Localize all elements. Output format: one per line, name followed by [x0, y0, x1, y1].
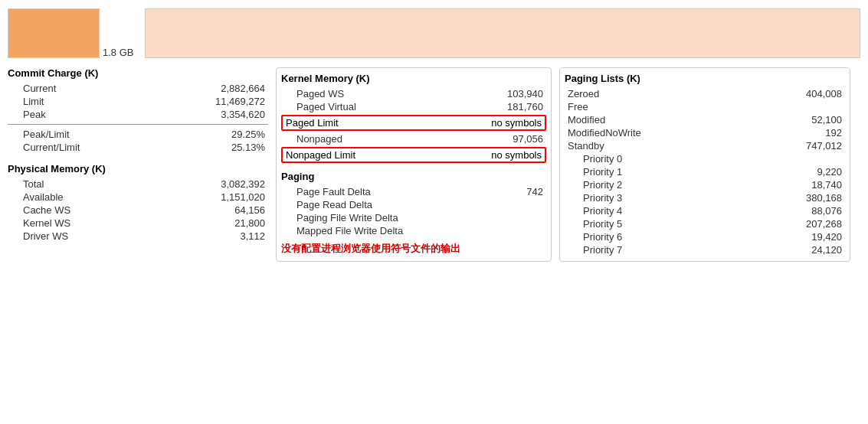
- paging-file-write-value: [482, 212, 543, 223]
- standby-label: Standby: [568, 140, 604, 152]
- physical-memory-title: Physical Memory (K): [8, 163, 268, 174]
- paging-file-write-label: Paging File Write Delta: [284, 212, 398, 223]
- modified-no-write-label: ModifiedNoWrite: [568, 127, 641, 139]
- priority0-label: Priority 0: [568, 153, 622, 165]
- modified-value: 52,100: [781, 114, 842, 126]
- nonpaged-limit-label: Nonpaged Limit: [286, 149, 355, 161]
- table-row: Free: [565, 100, 845, 113]
- available-value: 1,151,020: [204, 191, 265, 203]
- peak-value: 3,354,620: [204, 109, 265, 120]
- table-row: Priority 7 24,120: [565, 243, 845, 256]
- paged-ws-label: Paged WS: [284, 88, 344, 99]
- commit-charge-title: Commit Charge (K): [8, 67, 268, 79]
- table-row: Cache WS 64,156: [8, 204, 268, 217]
- table-row: Paged WS 103,940: [281, 87, 546, 100]
- paged-limit-label: Paged Limit: [286, 117, 339, 129]
- priority0-value: [781, 153, 842, 165]
- mapped-file-write-label: Mapped File Write Delta: [284, 225, 403, 236]
- left-column: Commit Charge (K) Current 2,882,664 Limi…: [8, 67, 268, 262]
- priority2-label: Priority 2: [568, 179, 622, 191]
- paged-virtual-label: Paged Virtual: [284, 101, 356, 113]
- peak-limit-label: Peak/Limit: [11, 129, 70, 140]
- priority1-label: Priority 1: [568, 166, 622, 178]
- driver-ws-label: Driver WS: [11, 230, 68, 242]
- table-row: Page Fault Delta 742: [281, 185, 546, 198]
- nonpaged-value: 97,056: [482, 133, 543, 145]
- modified-label: Modified: [568, 114, 605, 126]
- paging-title: Paging: [281, 171, 546, 182]
- priority7-value: 24,120: [781, 244, 842, 256]
- priority5-label: Priority 5: [568, 218, 622, 230]
- peak-label: Peak: [11, 109, 46, 120]
- total-label: Total: [11, 178, 44, 190]
- table-row: Paged Virtual 181,760: [281, 100, 546, 113]
- chinese-note: 没有配置进程浏览器使用符号文件的输出: [281, 242, 546, 256]
- table-row: Priority 5 207,268: [565, 217, 845, 230]
- right-column: Paging Lists (K) Zeroed 404,008 Free Mod…: [559, 67, 850, 262]
- paged-virtual-value: 181,760: [482, 101, 543, 113]
- table-row: Paging File Write Delta: [281, 211, 546, 224]
- table-row: Available 1,151,020: [8, 191, 268, 204]
- nonpaged-limit-row: Nonpaged Limit no symbols: [281, 147, 546, 163]
- table-row: Total 3,082,392: [8, 178, 268, 191]
- chart-box: [8, 8, 100, 58]
- chart-fill: [145, 8, 860, 58]
- table-row: Priority 2 18,740: [565, 178, 845, 191]
- page-read-label: Page Read Delta: [284, 199, 372, 210]
- zeroed-value: 404,008: [781, 88, 842, 99]
- table-row: Priority 3 380,168: [565, 191, 845, 204]
- zeroed-label: Zeroed: [568, 88, 599, 99]
- table-row: Modified 52,100: [565, 113, 845, 126]
- current-limit-value: 25.13%: [204, 142, 265, 153]
- table-row: Driver WS 3,112: [8, 230, 268, 243]
- table-row: Page Read Delta: [281, 198, 546, 211]
- main-content: Commit Charge (K) Current 2,882,664 Limi…: [0, 61, 868, 268]
- nonpaged-label: Nonpaged: [284, 133, 342, 145]
- current-label: Current: [11, 83, 56, 94]
- commit-charge-section: Commit Charge (K) Current 2,882,664 Limi…: [8, 67, 268, 154]
- current-value: 2,882,664: [204, 83, 265, 94]
- table-row: Priority 6 19,420: [565, 230, 845, 243]
- table-row: Kernel WS 21,800: [8, 217, 268, 230]
- top-chart-area: 1.8 GB: [0, 0, 868, 61]
- table-row: Peak 3,354,620: [8, 108, 268, 121]
- limit-label: Limit: [11, 96, 44, 107]
- priority4-label: Priority 4: [568, 205, 622, 217]
- priority3-value: 380,168: [781, 192, 842, 204]
- limit-value: 11,469,272: [204, 96, 265, 107]
- table-row: Standby 747,012: [565, 139, 845, 152]
- cache-ws-value: 64,156: [204, 204, 265, 216]
- table-row: Mapped File Write Delta: [281, 224, 546, 237]
- kernel-ws-label: Kernel WS: [11, 217, 70, 229]
- page-fault-value: 742: [482, 186, 543, 197]
- table-row: Peak/Limit 29.25%: [8, 128, 268, 141]
- free-label: Free: [568, 101, 588, 113]
- paging-section: Paging Page Fault Delta 742 Page Read De…: [281, 171, 546, 256]
- current-limit-label: Current/Limit: [11, 142, 80, 153]
- middle-column: Kernel Memory (K) Paged WS 103,940 Paged…: [276, 67, 552, 262]
- paging-lists-section: Paging Lists (K) Zeroed 404,008 Free Mod…: [565, 73, 845, 256]
- priority4-value: 88,076: [781, 205, 842, 217]
- total-value: 3,082,392: [204, 178, 265, 190]
- nonpaged-limit-value: no symbols: [491, 149, 542, 161]
- modified-no-write-value: 192: [781, 127, 842, 139]
- free-value: [781, 101, 842, 113]
- priority3-label: Priority 3: [568, 192, 622, 204]
- page-read-value: [482, 199, 543, 210]
- divider: [8, 124, 268, 125]
- priority1-value: 9,220: [781, 166, 842, 178]
- priority5-value: 207,268: [781, 218, 842, 230]
- table-row: Limit 11,469,272: [8, 95, 268, 108]
- priority7-label: Priority 7: [568, 244, 622, 256]
- paged-limit-row: Paged Limit no symbols: [281, 115, 546, 131]
- cache-ws-label: Cache WS: [11, 204, 70, 216]
- table-row: ModifiedNoWrite 192: [565, 126, 845, 139]
- table-row: Priority 4 88,076: [565, 204, 845, 217]
- commit-charge-rows: Current 2,882,664 Limit 11,469,272 Peak …: [8, 82, 268, 121]
- priority6-label: Priority 6: [568, 231, 622, 243]
- table-row: Zeroed 404,008: [565, 87, 845, 100]
- table-row: Priority 0: [565, 152, 845, 165]
- table-row: Priority 1 9,220: [565, 165, 845, 178]
- paged-limit-value: no symbols: [491, 117, 542, 129]
- kernel-memory-title: Kernel Memory (K): [281, 73, 546, 84]
